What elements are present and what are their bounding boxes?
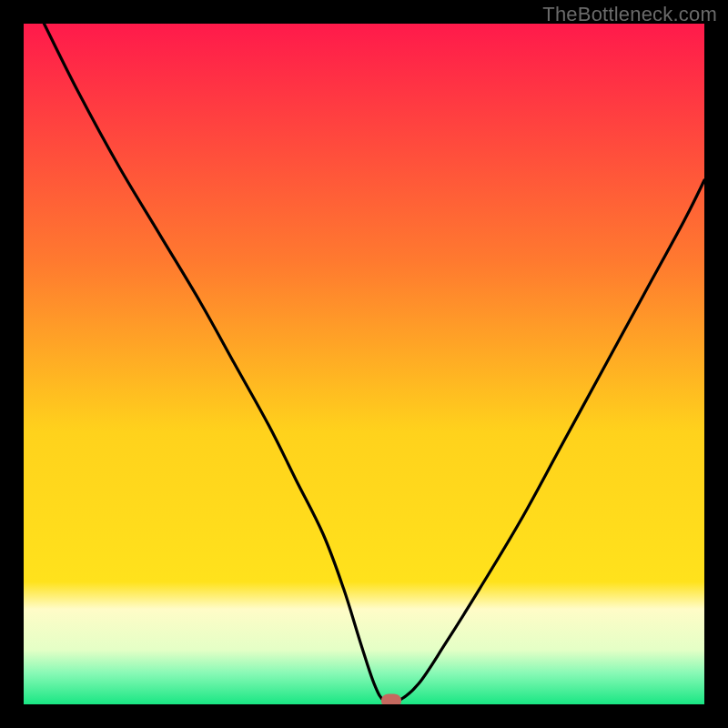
chart-frame: TheBottleneck.com bbox=[0, 0, 728, 728]
bottleneck-curve bbox=[24, 24, 704, 704]
optimal-point-marker bbox=[381, 693, 401, 704]
plot-area bbox=[24, 24, 704, 704]
